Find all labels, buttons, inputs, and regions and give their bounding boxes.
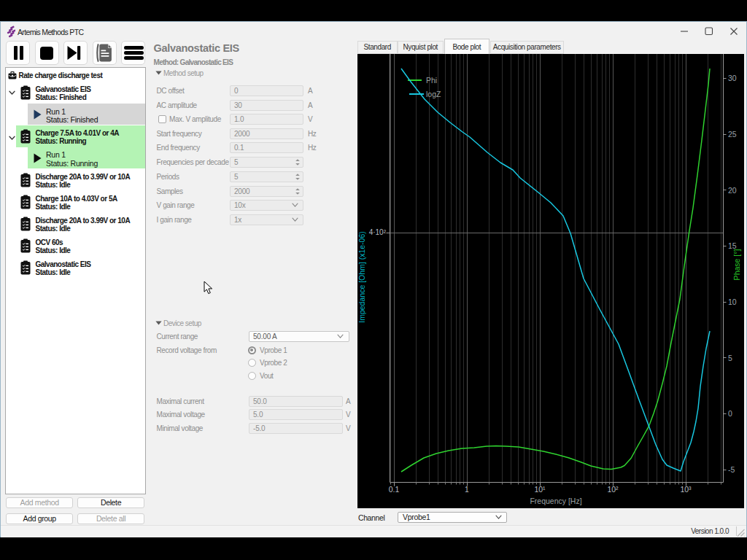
svg-text:-5: -5 [728, 465, 735, 474]
svg-text:20: 20 [728, 186, 737, 195]
svg-text:Phase [°]: Phase [°] [732, 249, 741, 281]
svg-text:Phi: Phi [426, 76, 437, 85]
svg-text:4·10²: 4·10² [369, 228, 387, 236]
svg-text:1: 1 [465, 485, 469, 494]
svg-text:5: 5 [728, 354, 732, 362]
svg-text:15: 15 [728, 241, 737, 250]
svg-text:10²: 10² [607, 485, 619, 494]
svg-text:25: 25 [728, 130, 737, 139]
svg-text:Impedance [Ohm] (x1e-06): Impedance [Ohm] (x1e-06) [357, 231, 366, 322]
svg-text:10: 10 [728, 298, 737, 306]
svg-text:10¹: 10¹ [534, 485, 546, 494]
svg-text:0: 0 [728, 409, 732, 418]
svg-text:30: 30 [728, 74, 737, 82]
svg-text:0.1: 0.1 [389, 485, 400, 494]
svg-text:logZ: logZ [426, 90, 441, 98]
svg-text:Frequency [Hz]: Frequency [Hz] [530, 497, 581, 505]
svg-text:10³: 10³ [680, 485, 692, 494]
